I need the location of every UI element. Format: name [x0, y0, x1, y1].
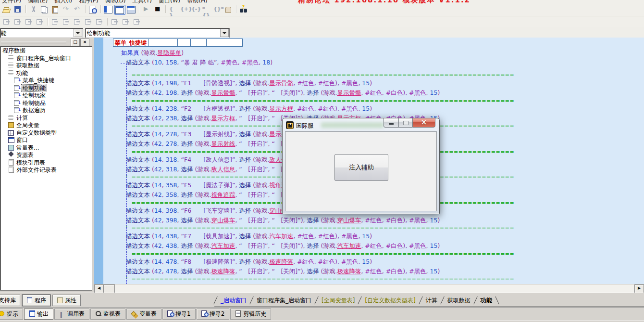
output-tab[interactable]: 监视表: [90, 309, 125, 320]
tree-item[interactable]: 绘制物品: [0, 100, 92, 107]
align-6-icon[interactable]: [62, 17, 72, 26]
align-1-icon[interactable]: [2, 17, 12, 26]
scrollbar-thumb[interactable]: [103, 284, 115, 293]
subroutine-combo[interactable]: 绘制功能: [85, 28, 230, 38]
view-tab[interactable]: 程序: [22, 295, 50, 306]
findwin-icon[interactable]: [88, 5, 98, 14]
program-set-combo[interactable]: 功能: [0, 28, 83, 38]
close-panel-icon[interactable]: ×: [80, 39, 89, 46]
tree-item[interactable]: 绘制玩家: [0, 92, 92, 100]
layout3-icon[interactable]: [126, 5, 136, 14]
minimize-button[interactable]: [384, 118, 398, 128]
close-button[interactable]: [412, 118, 435, 128]
game-dialog-window[interactable]: 国际服 注入辅助: [282, 118, 440, 214]
doc-tab[interactable]: 窗口程序集_启动窗口: [253, 295, 315, 306]
tree-item[interactable]: 数据遍历: [0, 107, 92, 115]
output-tab[interactable]: 输出: [24, 309, 53, 320]
grid-header-cell[interactable]: [177, 39, 191, 47]
run-icon[interactable]: [142, 5, 152, 14]
doc-tab[interactable]: 计算: [422, 295, 441, 306]
float-panel-icon[interactable]: □: [71, 39, 80, 46]
tree-item[interactable]: 计算: [0, 115, 92, 122]
tree-item[interactable]: 程序数据: [0, 47, 92, 55]
output-tab[interactable]: 变量表: [126, 309, 161, 320]
menu-item-1[interactable]: 文件(F): [2, 0, 21, 4]
view-tab[interactable]: 属性: [52, 295, 81, 306]
tree-item[interactable]: 常量表...: [0, 144, 92, 152]
copy-icon[interactable]: [39, 5, 50, 14]
output-tab[interactable]: 搜寻2: [197, 309, 230, 320]
output-tab[interactable]: 调用表: [54, 309, 89, 320]
doc-tab[interactable]: [全局变量表]: [318, 295, 359, 306]
tree-item[interactable]: 窗口程序集_启动窗口: [0, 55, 92, 63]
comment-line: ' ======================================…: [126, 251, 644, 257]
menu-item-3[interactable]: 插入(I): [54, 0, 72, 4]
tree-item[interactable]: 窗口: [0, 137, 92, 144]
view-tab[interactable]: 支持库: [0, 295, 20, 306]
align-3-icon[interactable]: [24, 17, 34, 26]
tree-item[interactable]: 菜单_快捷键: [0, 77, 92, 85]
stop-icon[interactable]: [153, 5, 163, 14]
align-5-icon[interactable]: [50, 17, 61, 26]
grid-header-cell[interactable]: [148, 39, 178, 47]
output-tab[interactable]: 剪辑历史: [230, 309, 271, 320]
align-2-icon[interactable]: [13, 17, 23, 26]
paste-icon[interactable]: [50, 5, 61, 14]
tree-item[interactable]: 资源表: [0, 152, 92, 159]
chevron-down-icon[interactable]: [74, 29, 82, 37]
output-tab[interactable]: 搜寻1: [162, 309, 196, 320]
size-1-icon[interactable]: [110, 17, 120, 26]
maximize-button[interactable]: [398, 118, 412, 128]
cut-icon[interactable]: [28, 5, 38, 14]
grid-header-cell[interactable]: [190, 39, 207, 47]
menu-item-5[interactable]: 调试(D): [105, 0, 126, 4]
brace3-icon[interactable]: [190, 5, 200, 14]
brace5-icon[interactable]: [212, 5, 223, 14]
tree-item[interactable]: 全局变量: [0, 122, 92, 129]
tree-item[interactable]: 获取数据: [0, 62, 92, 70]
tree-item[interactable]: 绘制功能: [0, 85, 92, 92]
scroll-left-icon[interactable]: ◀: [94, 284, 104, 293]
align-9-icon[interactable]: [95, 17, 105, 26]
output-tab[interactable]: 提示: [0, 309, 23, 320]
brace2-icon[interactable]: [179, 5, 189, 14]
open-icon[interactable]: [2, 5, 12, 14]
brace4-icon[interactable]: [201, 5, 211, 14]
align-8-icon[interactable]: [84, 17, 94, 26]
align-7-icon[interactable]: [73, 17, 83, 26]
hand-icon[interactable]: [223, 5, 234, 14]
scroll-right-icon[interactable]: ▶: [634, 284, 644, 293]
tree-item[interactable]: 模块引用表: [0, 159, 92, 167]
layout1-icon[interactable]: [103, 5, 113, 14]
tree-item[interactable]: 功能: [0, 70, 92, 77]
grid-header-cell[interactable]: 菜单_快捷键: [113, 39, 149, 47]
menu-item-6[interactable]: 工具(T): [132, 0, 152, 4]
menu-item-2[interactable]: 编辑(E): [28, 0, 48, 4]
doc-tab[interactable]: [自定义数据类型表]: [361, 295, 419, 306]
chevron-down-icon[interactable]: [220, 29, 229, 37]
panel-grip[interactable]: [1, 41, 66, 43]
redo-icon[interactable]: [62, 5, 72, 14]
save-icon[interactable]: [13, 5, 23, 14]
layout-toolbar: [0, 16, 644, 27]
undo-icon[interactable]: [73, 5, 83, 14]
size-2-icon[interactable]: [121, 17, 131, 26]
inject-assist-button[interactable]: 注入辅助: [334, 154, 388, 181]
tree-item[interactable]: 自定义数据类型: [0, 129, 92, 137]
brace1-icon[interactable]: [168, 5, 178, 14]
menu-item-4[interactable]: 程序(P): [79, 0, 99, 4]
layout2-icon[interactable]: [114, 5, 125, 15]
align-4-icon[interactable]: [35, 17, 45, 26]
grid-header-cell[interactable]: [206, 39, 243, 47]
horizontal-scrollbar[interactable]: ◀ ▶: [94, 284, 644, 293]
doc-tab[interactable]: 获取数据: [444, 295, 474, 306]
doc-tab[interactable]: 功能: [477, 295, 496, 306]
size-3-icon[interactable]: [132, 17, 142, 26]
binoculars-icon[interactable]: [239, 5, 249, 14]
menu-item-7[interactable]: 窗口(W): [159, 0, 180, 4]
doc-tab[interactable]: _启动窗口: [217, 295, 250, 306]
code-token: 游戏: [323, 217, 335, 224]
code-line: 描边文本 (14, 438, “F7 [载具加速]”, 选择 (游戏.汽车加速,…: [126, 232, 644, 241]
tree-item[interactable]: 外部文件记录表: [0, 167, 92, 174]
menu-item-8[interactable]: 帮助(H): [187, 0, 207, 4]
